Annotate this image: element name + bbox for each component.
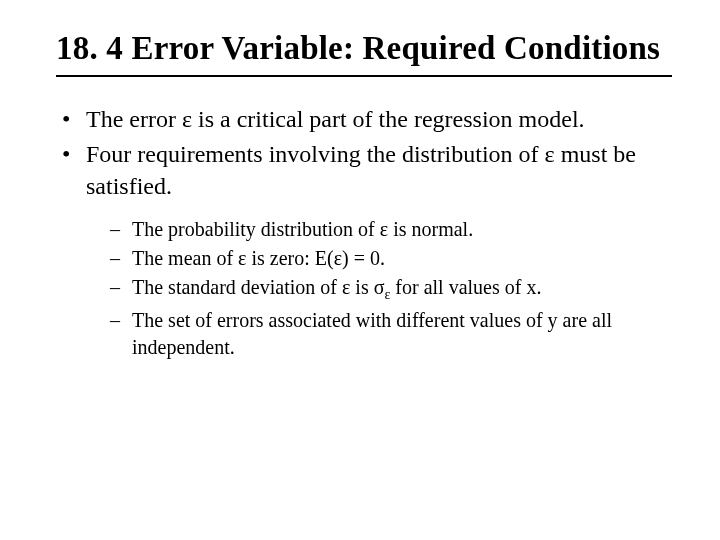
sub-bullet-3: The standard deviation of ε is σε for al… xyxy=(110,274,672,305)
sub-bullet-1: The probability distribution of ε is nor… xyxy=(110,216,672,243)
bullet-2: Four requirements involving the distribu… xyxy=(60,138,672,362)
sub-bullet-3-prefix: The standard deviation of ε is σ xyxy=(132,276,384,298)
sub-bullet-2: The mean of ε is zero: E(ε) = 0. xyxy=(110,245,672,272)
top-bullet-list: The error ε is a critical part of the re… xyxy=(56,103,672,361)
slide-container: 18. 4 Error Variable: Required Condition… xyxy=(0,0,720,361)
sub-bullet-list: The probability distribution of ε is nor… xyxy=(86,216,672,361)
sub-bullet-4: The set of errors associated with differ… xyxy=(110,307,672,361)
bullet-1: The error ε is a critical part of the re… xyxy=(60,103,672,135)
sub-bullet-3-suffix: for all values of x. xyxy=(390,276,541,298)
slide-title: 18. 4 Error Variable: Required Condition… xyxy=(56,28,672,77)
bullet-2-text: Four requirements involving the distribu… xyxy=(86,141,636,199)
